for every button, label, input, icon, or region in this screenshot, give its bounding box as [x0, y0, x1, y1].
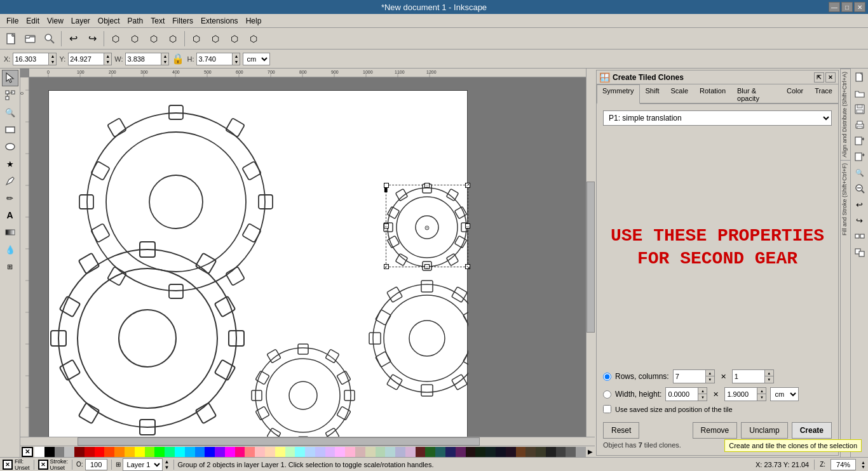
color-rosy-brown[interactable]: [355, 447, 365, 457]
pencil-tool[interactable]: ✏: [2, 190, 18, 206]
align-distribute-label[interactable]: Align and Distribute (Shift+Ctrl+A): [841, 69, 850, 160]
reset-button[interactable]: Reset: [603, 422, 639, 439]
color-navy[interactable]: [445, 447, 456, 457]
opacity-input[interactable]: [85, 459, 107, 470]
rows-up-btn[interactable]: ▲: [705, 370, 714, 376]
color-white[interactable]: [34, 447, 44, 457]
color-light-pink[interactable]: [345, 447, 355, 457]
transform-button[interactable]: ⬡: [187, 30, 205, 48]
tab-shift[interactable]: Shift: [640, 84, 665, 104]
zoom-button[interactable]: [41, 30, 58, 48]
align-left-button[interactable]: ⬡: [107, 30, 125, 48]
color-very-dark-red[interactable]: [466, 447, 476, 457]
doc-props-button[interactable]: ⬡: [226, 30, 243, 48]
color-sky-blue[interactable]: [185, 447, 195, 457]
create-button[interactable]: Create: [792, 422, 832, 439]
color-yellow[interactable]: [135, 447, 145, 457]
w-spinbox[interactable]: ▲ ▼: [125, 53, 169, 65]
h-input[interactable]: [197, 53, 232, 65]
cols-input[interactable]: [733, 370, 764, 383]
zoom-down-btn[interactable]: ▼: [861, 465, 865, 469]
color-dark-red[interactable]: [85, 447, 95, 457]
width-up-btn[interactable]: ▲: [698, 388, 707, 394]
no-color-swatch[interactable]: ✕: [22, 447, 33, 457]
align-right-button[interactable]: ⬡: [145, 30, 163, 48]
menu-help[interactable]: Help: [242, 15, 266, 27]
w-input[interactable]: [126, 53, 161, 65]
layer-up-btn[interactable]: ▲: [165, 459, 170, 465]
color-tea-green[interactable]: [376, 447, 386, 457]
gradient-tool[interactable]: [2, 224, 18, 241]
panel-close-button[interactable]: ✕: [825, 72, 836, 83]
color-light-purple[interactable]: [325, 447, 336, 457]
x-up-arrow[interactable]: ▲: [48, 53, 56, 59]
open-button[interactable]: [22, 30, 39, 48]
height-spinbox[interactable]: ▲ ▼: [724, 387, 766, 401]
color-light-green[interactable]: [285, 447, 295, 457]
color-light-yellow[interactable]: [275, 447, 285, 457]
snap-button[interactable]: ⬡: [245, 30, 262, 48]
align-bottom-button[interactable]: ⬡: [164, 30, 182, 48]
color-sienna[interactable]: [516, 447, 526, 457]
y-up-arrow[interactable]: ▲: [104, 53, 111, 59]
ri-zoom-in[interactable]: 🔍: [852, 165, 867, 180]
h-spinbox[interactable]: ▲ ▼: [196, 53, 240, 65]
menu-layer[interactable]: Layer: [67, 15, 94, 27]
ri-print[interactable]: [852, 117, 867, 133]
zoom-tool[interactable]: 🔍: [2, 104, 18, 121]
zoom-up-btn[interactable]: ▲: [861, 460, 865, 465]
color-lime[interactable]: [145, 447, 155, 457]
unit-select[interactable]: cm px mm: [243, 53, 270, 65]
zoom-input[interactable]: [831, 459, 856, 470]
h-up-arrow[interactable]: ▲: [232, 53, 240, 59]
tab-rotation[interactable]: Rotation: [694, 84, 731, 104]
color-peach[interactable]: [265, 447, 275, 457]
saved-size-checkbox[interactable]: [603, 405, 611, 413]
cols-spinbox[interactable]: ▲ ▼: [732, 369, 774, 383]
panel-float-button[interactable]: ⇱: [814, 72, 824, 83]
horizontal-scrollbar-thumb[interactable]: [78, 437, 480, 446]
color-khaki[interactable]: [365, 447, 376, 457]
w-up-arrow[interactable]: ▲: [161, 53, 168, 59]
vertical-scrollbar-thumb[interactable]: [587, 182, 595, 333]
color-brown[interactable]: [416, 447, 426, 457]
ri-save[interactable]: [852, 102, 867, 117]
size-unit-select[interactable]: cm px mm: [770, 387, 799, 401]
rows-cols-radio[interactable]: [603, 373, 611, 381]
color-purple-dark[interactable]: [456, 447, 466, 457]
color-orange[interactable]: [114, 447, 125, 457]
color-teal[interactable]: [435, 447, 445, 457]
undo-button[interactable]: ↩: [64, 30, 82, 48]
width-input[interactable]: [666, 388, 698, 401]
color-powder-blue[interactable]: [385, 447, 395, 457]
color-blue[interactable]: [205, 447, 215, 457]
color-lavender[interactable]: [315, 447, 325, 457]
color-gray[interactable]: [55, 447, 65, 457]
maximize-button[interactable]: □: [841, 2, 853, 12]
color-spring-green[interactable]: [165, 447, 175, 457]
cols-down-btn[interactable]: ▼: [764, 376, 773, 383]
color-light-slate[interactable]: [395, 447, 405, 457]
color-amber[interactable]: [125, 447, 135, 457]
rows-spinbox[interactable]: ▲ ▼: [673, 369, 715, 383]
w-down-arrow[interactable]: ▼: [161, 59, 168, 65]
ri-export[interactable]: [852, 149, 867, 164]
tab-blur-opacity[interactable]: Blur & opacity: [731, 84, 781, 104]
color-silver[interactable]: [64, 447, 74, 457]
new-button[interactable]: [3, 30, 20, 48]
align-center-button[interactable]: ⬡: [126, 30, 144, 48]
color-light-cyan[interactable]: [295, 447, 305, 457]
color-magenta[interactable]: [225, 447, 235, 457]
cols-up-btn[interactable]: ▲: [764, 370, 773, 376]
select-tool[interactable]: [2, 70, 18, 86]
height-input[interactable]: [725, 388, 757, 401]
star-tool[interactable]: ★: [2, 156, 18, 172]
color-light-red[interactable]: [245, 447, 255, 457]
ri-group[interactable]: [852, 229, 867, 244]
unclamp-button[interactable]: Unclamp: [741, 422, 787, 439]
color-thistle[interactable]: [405, 447, 416, 457]
color-cyan[interactable]: [175, 447, 185, 457]
tab-color[interactable]: Color: [781, 84, 809, 104]
color-charcoal[interactable]: [556, 447, 566, 457]
dropper-tool[interactable]: 💧: [2, 241, 18, 258]
